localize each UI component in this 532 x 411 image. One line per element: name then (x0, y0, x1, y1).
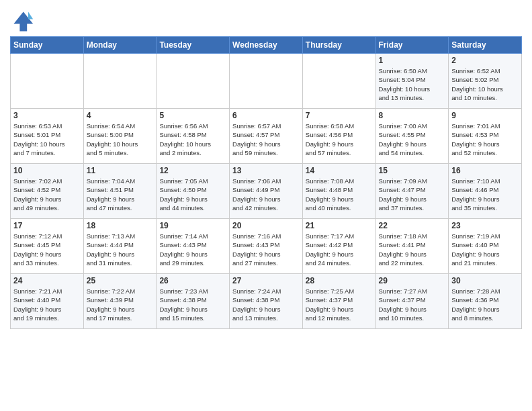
calendar-cell (302, 54, 375, 109)
calendar-cell (230, 54, 303, 109)
calendar-week-1: 1Sunrise: 6:50 AM Sunset: 5:04 PM Daylig… (11, 54, 522, 109)
calendar-cell: 12Sunrise: 7:05 AM Sunset: 4:50 PM Dayli… (157, 164, 230, 219)
day-info: Sunrise: 7:21 AM Sunset: 4:40 PM Dayligh… (13, 287, 81, 322)
page-container: SundayMondayTuesdayWednesdayThursdayFrid… (0, 0, 532, 336)
calendar-cell: 4Sunrise: 6:54 AM Sunset: 5:00 PM Daylig… (83, 109, 157, 164)
day-info: Sunrise: 6:52 AM Sunset: 5:02 PM Dayligh… (451, 66, 519, 102)
header-row (10, 7, 522, 34)
weekday-header-wednesday: Wednesday (230, 37, 303, 54)
day-number: 3 (13, 111, 81, 120)
day-info: Sunrise: 7:23 AM Sunset: 4:38 PM Dayligh… (159, 287, 226, 322)
day-info: Sunrise: 6:57 AM Sunset: 4:57 PM Dayligh… (232, 122, 300, 157)
calendar-cell: 17Sunrise: 7:12 AM Sunset: 4:45 PM Dayli… (11, 219, 84, 274)
logo-icon (10, 9, 34, 34)
day-number: 14 (306, 166, 373, 175)
calendar-week-3: 10Sunrise: 7:02 AM Sunset: 4:52 PM Dayli… (11, 164, 522, 219)
calendar-cell: 8Sunrise: 7:00 AM Sunset: 4:55 PM Daylig… (375, 109, 449, 164)
day-info: Sunrise: 7:01 AM Sunset: 4:53 PM Dayligh… (451, 122, 519, 157)
calendar-cell: 14Sunrise: 7:08 AM Sunset: 4:48 PM Dayli… (302, 164, 375, 219)
calendar-cell: 5Sunrise: 6:56 AM Sunset: 4:58 PM Daylig… (157, 109, 230, 164)
calendar-cell: 23Sunrise: 7:19 AM Sunset: 4:40 PM Dayli… (449, 219, 522, 274)
weekday-header-sunday: Sunday (11, 37, 84, 54)
weekday-header-thursday: Thursday (302, 37, 375, 54)
day-number: 24 (13, 276, 81, 285)
calendar-table: SundayMondayTuesdayWednesdayThursdayFrid… (10, 36, 522, 329)
day-info: Sunrise: 6:58 AM Sunset: 4:56 PM Dayligh… (306, 122, 373, 157)
weekday-header-tuesday: Tuesday (157, 37, 230, 54)
day-number: 1 (379, 56, 446, 65)
calendar-cell: 30Sunrise: 7:28 AM Sunset: 4:36 PM Dayli… (449, 274, 522, 329)
calendar-cell: 25Sunrise: 7:22 AM Sunset: 4:39 PM Dayli… (83, 274, 157, 329)
calendar-header: SundayMondayTuesdayWednesdayThursdayFrid… (11, 37, 522, 54)
day-number: 22 (379, 221, 446, 230)
calendar-cell: 7Sunrise: 6:58 AM Sunset: 4:56 PM Daylig… (302, 109, 375, 164)
day-info: Sunrise: 7:27 AM Sunset: 4:37 PM Dayligh… (379, 287, 446, 322)
day-info: Sunrise: 7:00 AM Sunset: 4:55 PM Dayligh… (379, 122, 446, 157)
calendar-cell: 21Sunrise: 7:17 AM Sunset: 4:42 PM Dayli… (302, 219, 375, 274)
day-info: Sunrise: 7:09 AM Sunset: 4:47 PM Dayligh… (379, 177, 446, 212)
weekday-header-row: SundayMondayTuesdayWednesdayThursdayFrid… (11, 37, 522, 54)
day-number: 12 (159, 166, 226, 175)
calendar-cell: 11Sunrise: 7:04 AM Sunset: 4:51 PM Dayli… (83, 164, 157, 219)
calendar-week-5: 24Sunrise: 7:21 AM Sunset: 4:40 PM Dayli… (11, 274, 522, 329)
weekday-header-friday: Friday (375, 37, 449, 54)
day-info: Sunrise: 7:22 AM Sunset: 4:39 PM Dayligh… (87, 287, 154, 322)
day-info: Sunrise: 7:12 AM Sunset: 4:45 PM Dayligh… (13, 232, 81, 267)
day-info: Sunrise: 7:02 AM Sunset: 4:52 PM Dayligh… (13, 177, 81, 212)
day-number: 29 (379, 276, 446, 285)
day-number: 23 (451, 221, 519, 230)
calendar-cell (11, 54, 84, 109)
calendar-cell (83, 54, 157, 109)
logo (10, 9, 37, 34)
weekday-header-monday: Monday (83, 37, 157, 54)
day-info: Sunrise: 7:16 AM Sunset: 4:43 PM Dayligh… (232, 232, 300, 267)
day-number: 5 (159, 111, 226, 120)
calendar-cell: 22Sunrise: 7:18 AM Sunset: 4:41 PM Dayli… (375, 219, 449, 274)
calendar-cell: 29Sunrise: 7:27 AM Sunset: 4:37 PM Dayli… (375, 274, 449, 329)
calendar-cell: 2Sunrise: 6:52 AM Sunset: 5:02 PM Daylig… (449, 54, 522, 109)
day-info: Sunrise: 7:24 AM Sunset: 4:38 PM Dayligh… (232, 287, 300, 322)
day-number: 11 (87, 166, 154, 175)
calendar-cell: 24Sunrise: 7:21 AM Sunset: 4:40 PM Dayli… (11, 274, 84, 329)
day-info: Sunrise: 6:56 AM Sunset: 4:58 PM Dayligh… (159, 122, 226, 157)
day-info: Sunrise: 7:28 AM Sunset: 4:36 PM Dayligh… (451, 287, 519, 322)
day-number: 8 (379, 111, 446, 120)
day-info: Sunrise: 7:10 AM Sunset: 4:46 PM Dayligh… (451, 177, 519, 212)
calendar-cell: 6Sunrise: 6:57 AM Sunset: 4:57 PM Daylig… (230, 109, 303, 164)
day-number: 18 (87, 221, 154, 230)
calendar-cell: 26Sunrise: 7:23 AM Sunset: 4:38 PM Dayli… (157, 274, 230, 329)
calendar-cell (157, 54, 230, 109)
calendar-cell: 13Sunrise: 7:06 AM Sunset: 4:49 PM Dayli… (230, 164, 303, 219)
calendar-cell: 10Sunrise: 7:02 AM Sunset: 4:52 PM Dayli… (11, 164, 84, 219)
day-number: 15 (379, 166, 446, 175)
calendar-cell: 16Sunrise: 7:10 AM Sunset: 4:46 PM Dayli… (449, 164, 522, 219)
day-number: 20 (232, 221, 300, 230)
calendar-body: 1Sunrise: 6:50 AM Sunset: 5:04 PM Daylig… (11, 54, 522, 329)
day-number: 26 (159, 276, 226, 285)
weekday-header-saturday: Saturday (449, 37, 522, 54)
calendar-week-4: 17Sunrise: 7:12 AM Sunset: 4:45 PM Dayli… (11, 219, 522, 274)
day-number: 30 (451, 276, 519, 285)
day-info: Sunrise: 6:54 AM Sunset: 5:00 PM Dayligh… (87, 122, 154, 157)
calendar-cell: 18Sunrise: 7:13 AM Sunset: 4:44 PM Dayli… (83, 219, 157, 274)
day-number: 6 (232, 111, 300, 120)
day-number: 4 (87, 111, 154, 120)
day-number: 2 (451, 56, 519, 65)
day-info: Sunrise: 7:06 AM Sunset: 4:49 PM Dayligh… (232, 177, 300, 212)
calendar-cell: 9Sunrise: 7:01 AM Sunset: 4:53 PM Daylig… (449, 109, 522, 164)
day-number: 9 (451, 111, 519, 120)
day-info: Sunrise: 7:17 AM Sunset: 4:42 PM Dayligh… (306, 232, 373, 267)
day-info: Sunrise: 7:13 AM Sunset: 4:44 PM Dayligh… (87, 232, 154, 267)
day-number: 27 (232, 276, 300, 285)
calendar-cell: 15Sunrise: 7:09 AM Sunset: 4:47 PM Dayli… (375, 164, 449, 219)
day-number: 10 (13, 166, 81, 175)
day-info: Sunrise: 7:08 AM Sunset: 4:48 PM Dayligh… (306, 177, 373, 212)
day-number: 28 (306, 276, 373, 285)
calendar-cell: 3Sunrise: 6:53 AM Sunset: 5:01 PM Daylig… (11, 109, 84, 164)
day-info: Sunrise: 7:18 AM Sunset: 4:41 PM Dayligh… (379, 232, 446, 267)
day-number: 21 (306, 221, 373, 230)
day-info: Sunrise: 7:19 AM Sunset: 4:40 PM Dayligh… (451, 232, 519, 267)
day-number: 19 (159, 221, 226, 230)
day-number: 16 (451, 166, 519, 175)
day-info: Sunrise: 7:04 AM Sunset: 4:51 PM Dayligh… (87, 177, 154, 212)
